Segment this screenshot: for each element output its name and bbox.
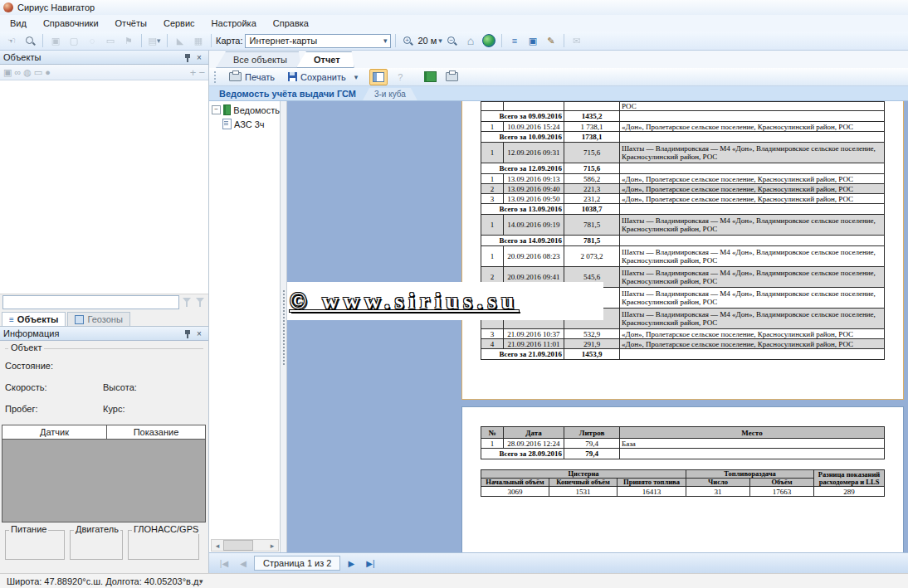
list-view-icon[interactable]: ≡ bbox=[506, 33, 523, 48]
vehicle-status-groups: Питание Двигатель ГЛОНАСС/GPS bbox=[2, 525, 207, 560]
difference-header: Разница показаний расходомера и LLS bbox=[814, 470, 885, 487]
objects-list[interactable] bbox=[0, 80, 208, 294]
report-cell: 2 bbox=[481, 184, 504, 194]
scrollbar-thumb[interactable] bbox=[223, 540, 253, 551]
last-page-button[interactable]: ▶| bbox=[362, 556, 378, 571]
pin-icon[interactable] bbox=[182, 328, 193, 338]
report-viewer[interactable]: РОСВсего за 09.09.20161435,2110.09.2016 … bbox=[287, 101, 908, 552]
map-source-select[interactable]: Интернет-карты ▾ bbox=[245, 34, 391, 48]
report-row: 114.09.2016 09:19781,5Шахты — Владимиров… bbox=[481, 215, 885, 236]
tab-3-kuba[interactable]: 3-и куба bbox=[363, 88, 417, 100]
zoom-in-button[interactable]: + bbox=[400, 33, 417, 48]
cell-date: 28.09.2016 12:24 bbox=[504, 439, 564, 449]
track-icon[interactable]: ◍ bbox=[23, 67, 32, 78]
value-column-header[interactable]: Показание bbox=[107, 425, 205, 439]
edit-notes-icon[interactable]: ✎ bbox=[543, 33, 559, 48]
tab-vedomost-gsm[interactable]: Ведомость учёта выдачи ГСМ bbox=[212, 87, 363, 100]
close-icon[interactable]: × bbox=[193, 52, 205, 62]
add-vehicle-icon[interactable]: ▣ bbox=[3, 67, 12, 78]
tree-node-root[interactable]: − Ведомость bbox=[212, 104, 280, 115]
report-toolbar: Печать Сохранить ▾ ? bbox=[209, 68, 908, 86]
map-label: Карта: bbox=[216, 36, 243, 46]
stamp-icon[interactable]: ▦ bbox=[190, 33, 207, 48]
report-cell bbox=[620, 204, 885, 215]
flag-icon[interactable]: ⚑ bbox=[120, 33, 137, 48]
tab-report[interactable]: Отчет bbox=[296, 51, 354, 68]
menu-spravochniki[interactable]: Справочники bbox=[35, 17, 107, 30]
next-page-button[interactable]: ▶ bbox=[343, 556, 359, 571]
sensor-column-header[interactable]: Датчик bbox=[2, 425, 107, 439]
selection-view-icon[interactable]: ▣ bbox=[525, 33, 541, 48]
save-dropdown-icon[interactable]: ▾ bbox=[354, 73, 359, 81]
report-row: 213.09.2016 09:40221,3«Дон», Пролетарско… bbox=[481, 184, 885, 194]
prev-page-button[interactable]: ◀ bbox=[235, 556, 251, 571]
floppy-disk-icon bbox=[288, 72, 297, 81]
tree-splitter[interactable] bbox=[281, 101, 287, 552]
menu-servis[interactable]: Сервис bbox=[155, 17, 203, 30]
collapse-all-button[interactable]: − bbox=[198, 66, 205, 79]
report-cell: Всего за 09.09.2016 bbox=[481, 111, 564, 122]
menu-nastroika[interactable]: Настройка bbox=[203, 17, 265, 30]
clear-filter-icon[interactable] bbox=[195, 297, 206, 308]
toolbar-separator bbox=[42, 34, 43, 47]
layers-dropdown-icon[interactable]: ▤▾ bbox=[146, 33, 163, 48]
square-select-icon[interactable]: ▭ bbox=[102, 33, 119, 48]
toolbar-grip[interactable] bbox=[214, 71, 218, 83]
tab-objects[interactable]: ≡ Объекты bbox=[2, 312, 66, 326]
report-cell: 1 bbox=[481, 122, 504, 132]
magnifier-icon bbox=[25, 36, 36, 46]
pin-icon[interactable] bbox=[182, 52, 193, 62]
object-filter-input[interactable] bbox=[2, 295, 179, 309]
total-row: Всего за 12.09.2016715,6 bbox=[481, 163, 885, 174]
report-book-button[interactable] bbox=[421, 69, 439, 85]
status-dropdown-icon[interactable]: ▾ bbox=[199, 577, 203, 586]
globe-icon bbox=[482, 34, 495, 47]
point-icon[interactable]: ● bbox=[45, 67, 51, 77]
tab-geozones[interactable]: Геозоны bbox=[67, 312, 129, 326]
table-header-row: № Дата Литров Место bbox=[481, 427, 885, 439]
panel-icon bbox=[373, 72, 384, 82]
scroll-right-icon[interactable]: ▸ bbox=[266, 542, 278, 550]
height-label: Высота: bbox=[103, 382, 201, 392]
first-page-button[interactable]: |◀ bbox=[216, 556, 232, 571]
globe-button[interactable] bbox=[481, 33, 497, 48]
rect-select-icon[interactable]: ▣ bbox=[47, 33, 64, 48]
print-button[interactable]: Печать bbox=[224, 71, 280, 83]
zoom-out-button[interactable]: − bbox=[444, 33, 461, 48]
vehicle-icon[interactable]: ▭ bbox=[34, 67, 42, 78]
report-cell: 715,6 bbox=[564, 143, 620, 163]
menu-otchety[interactable]: Отчёты bbox=[107, 17, 155, 30]
document-tabs: Все объекты Отчет bbox=[209, 51, 908, 68]
zoom-level-dropdown-icon[interactable]: ▾ bbox=[438, 36, 442, 45]
tree-node-child[interactable]: АЗС 3ч bbox=[222, 119, 280, 129]
scroll-left-icon[interactable]: ◂ bbox=[212, 542, 223, 550]
menu-vid[interactable]: Вид bbox=[2, 17, 35, 30]
lasso-select-icon[interactable]: ▢ bbox=[66, 33, 82, 48]
report-cell: Шахты — Владимировская — М4 «Дон», Влади… bbox=[620, 288, 885, 309]
circle-select-icon[interactable]: ◌ bbox=[84, 33, 100, 48]
ruler-icon[interactable]: ◣ bbox=[172, 33, 188, 48]
filter-icon[interactable] bbox=[182, 297, 193, 308]
report-cell: «Дон», Пролетарское сельское поселение, … bbox=[620, 329, 885, 339]
home-button[interactable]: ⌂ bbox=[462, 33, 479, 48]
mail-icon[interactable]: ✉ bbox=[569, 33, 585, 48]
menu-spravka[interactable]: Справка bbox=[265, 17, 317, 30]
expand-all-button[interactable]: + bbox=[190, 66, 197, 79]
col-header-date: Дата bbox=[504, 427, 564, 439]
pan-hand-icon[interactable]: ☜ bbox=[3, 33, 20, 48]
toolbar-separator bbox=[141, 34, 142, 47]
close-icon[interactable]: × bbox=[193, 328, 205, 338]
help-button[interactable]: ? bbox=[391, 69, 409, 85]
zoom-tool-icon[interactable] bbox=[22, 33, 38, 48]
parameters-panel-toggle[interactable] bbox=[369, 69, 388, 85]
report-cell: 21.09.2016 11:01 bbox=[504, 339, 564, 349]
tree-horizontal-scrollbar[interactable]: ◂ ▸ bbox=[211, 539, 279, 552]
save-button[interactable]: Сохранить bbox=[283, 71, 351, 83]
tab-all-objects[interactable]: Все объекты bbox=[216, 51, 301, 68]
report-cell: «Дон», Пролетарское сельское поселение, … bbox=[620, 194, 885, 204]
link-icon[interactable]: ∞ bbox=[14, 67, 21, 77]
print-preview-button[interactable] bbox=[442, 69, 461, 85]
pager-bar: |◀ ◀ Страница 1 из 2 ▶ ▶| bbox=[209, 552, 908, 573]
report-cell bbox=[481, 102, 504, 111]
tree-expander-icon[interactable]: − bbox=[212, 105, 221, 114]
